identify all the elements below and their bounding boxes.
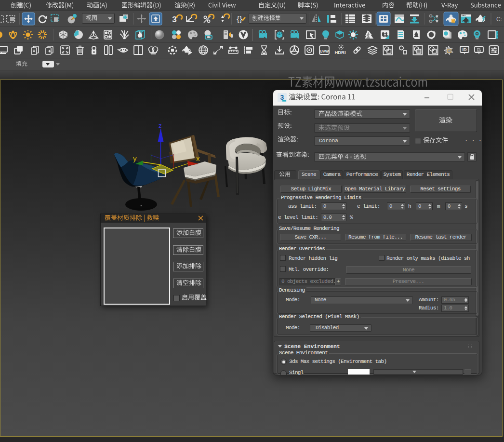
svg-text:x: x: [196, 154, 200, 162]
svg-text:3: 3: [172, 15, 176, 24]
svg-text:3: 3: [280, 94, 284, 101]
svg-text:y: y: [133, 154, 137, 162]
svg-text:ID: ID: [463, 47, 467, 52]
svg-text:C:: C:: [496, 16, 502, 23]
svg-text:HDRI: HDRI: [334, 50, 345, 55]
svg-text:z: z: [159, 122, 162, 129]
svg-text:{}: {}: [237, 14, 242, 24]
svg-text:UVW: UVW: [320, 49, 329, 54]
